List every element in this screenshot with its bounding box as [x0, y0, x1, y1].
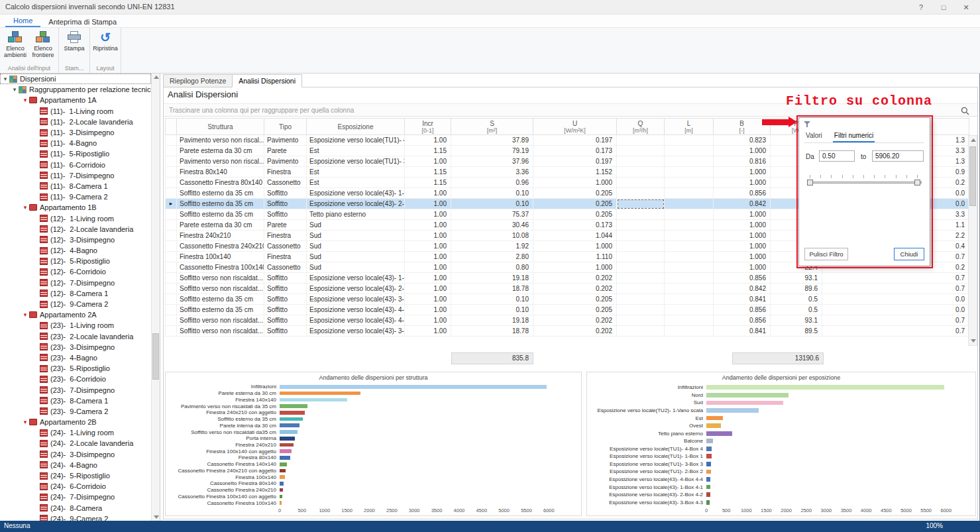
cell-pct[interactable]: 0.7 [822, 326, 969, 337]
cell-pct[interactable]: 0.0 [822, 294, 969, 305]
cell-u[interactable]: 0.202 [533, 273, 617, 284]
tree-item-room[interactable]: ▾(24)- 9-Camera 2 [0, 513, 151, 521]
column-header[interactable]: L[m] [665, 118, 714, 135]
cell-l[interactable] [665, 262, 714, 273]
cell-st[interactable]: Finestra 240x210 [177, 231, 264, 241]
tree-item-room[interactable]: ▾(11)- 7-Disimpegno [0, 170, 151, 181]
tree-item-room[interactable]: ▾(11)- 8-Camera 1 [0, 181, 151, 191]
range-slider[interactable] [807, 175, 922, 188]
cell-incr[interactable]: 1.00 [405, 305, 451, 315]
tree-item-room[interactable]: ▾(11)- 4-Bagno [0, 138, 151, 148]
cell-q[interactable] [617, 135, 665, 146]
tree-item-room[interactable]: ▾(23)- 7-Disimpegno [0, 384, 151, 395]
chiudi-button[interactable]: Chiudi [894, 248, 924, 260]
cell-es[interactable]: Esposizione verso locale(43)- 2-Bo... [307, 284, 405, 294]
cell-q[interactable] [617, 315, 665, 326]
stampa-button[interactable]: Stampa [60, 29, 88, 64]
cell-es[interactable]: Tetto piano esterno [307, 209, 405, 220]
tree-vertical-scrollbar[interactable] [151, 74, 160, 521]
cell-l[interactable] [665, 199, 714, 209]
cell-s[interactable]: 79.19 [451, 146, 533, 156]
cell-ti[interactable]: Soffitto [264, 305, 307, 315]
chevron-down-icon[interactable]: ▾ [11, 86, 19, 93]
cell-s[interactable]: 0.80 [451, 262, 533, 273]
tree-item-room[interactable]: ▾(11)- 3-Disimpegno [0, 127, 151, 138]
table-row[interactable]: Soffitto esterno da 35 cmSoffittoEsposiz… [165, 294, 969, 305]
table-row[interactable]: Soffitto verso non riscaldat...SoffittoE… [165, 284, 969, 294]
cell-ti[interactable]: Soffitto [264, 188, 307, 199]
cell-es[interactable]: Esposizione verso locale(43)- 2-Bo... [307, 199, 405, 209]
cell-l[interactable] [665, 209, 714, 220]
tree-item-room[interactable]: ▾(11)- 6-Corridoio [0, 160, 151, 170]
cell-q[interactable] [617, 146, 665, 156]
tree-item-room[interactable]: ▾(24)- 7-Disimpegno [0, 492, 151, 502]
elenco-ambienti-button[interactable]: Elenco ambienti [1, 29, 29, 64]
to-value-input[interactable] [872, 150, 924, 162]
cell-st[interactable]: Soffitto esterno da 35 cm [177, 188, 264, 199]
help-icon[interactable]: ? [911, 1, 931, 13]
cell-p[interactable]: 93.1 [771, 315, 822, 326]
cell-u[interactable]: 0.173 [533, 220, 617, 231]
cell-u[interactable]: 1.000 [533, 262, 617, 273]
cell-b[interactable]: 0.856 [714, 305, 771, 315]
cell-u[interactable]: 0.205 [533, 209, 617, 220]
cell-q[interactable] [617, 178, 665, 188]
cell-s[interactable]: 0.96 [451, 178, 533, 188]
cell-u[interactable]: 0.202 [533, 315, 617, 326]
tab-riepilogo-potenze[interactable]: Riepilogo Potenze [163, 74, 233, 87]
chevron-down-icon[interactable]: ▾ [21, 97, 29, 103]
cell-l[interactable] [665, 294, 714, 305]
tree-item-apartment[interactable]: ▾Appartamento 1A [0, 95, 151, 105]
cell-incr[interactable]: 1.00 [405, 252, 451, 262]
cell-l[interactable] [665, 167, 714, 178]
cell-l[interactable] [665, 178, 714, 188]
cell-q[interactable] [617, 220, 665, 231]
cell-es[interactable]: Est [307, 167, 405, 178]
cell-s[interactable]: 10.08 [451, 231, 533, 241]
cell-l[interactable] [665, 305, 714, 315]
cell-u[interactable]: 1.000 [533, 178, 617, 188]
tree-item-room[interactable]: ▾(12)- 6-Corridoio [0, 266, 151, 277]
cell-es[interactable]: Esposizione verso locale(TU1)- 3-B... [307, 156, 405, 167]
column-header[interactable]: Q[m³/h] [617, 118, 665, 135]
cell-l[interactable] [665, 220, 714, 231]
cell-st[interactable]: Finestra 100x140 [177, 252, 264, 262]
cell-s[interactable]: 0.10 [451, 199, 533, 209]
cell-es[interactable]: Esposizione verso locale(43)- 1-Bo... [307, 188, 405, 199]
cell-ti[interactable]: Soffitto [264, 315, 307, 326]
cell-u[interactable]: 1.152 [533, 167, 617, 178]
tree-item-room[interactable]: ▾(12)- 2-Locale lavanderia [0, 224, 151, 235]
cell-b[interactable]: 1.000 [714, 252, 771, 262]
scrollbar-thumb[interactable] [969, 146, 976, 206]
cell-u[interactable]: 1.000 [533, 241, 617, 252]
cell-b[interactable]: 0.842 [714, 284, 771, 294]
table-row[interactable]: Soffitto verso non riscaldat...SoffittoE… [165, 315, 969, 326]
cell-es[interactable]: Esposizione verso locale(43)- 3-Bo... [307, 294, 405, 305]
cell-incr[interactable]: 1.00 [405, 188, 451, 199]
cell-u[interactable]: 1.110 [533, 252, 617, 262]
from-value-input[interactable] [819, 150, 855, 162]
cell-u[interactable]: 0.202 [533, 326, 617, 337]
tab-analisi-dispersioni[interactable]: Analisi Dispersioni [232, 74, 302, 87]
cell-es[interactable]: Sud [307, 220, 405, 231]
cell-ti[interactable]: Soffitto [264, 273, 307, 284]
cell-incr[interactable]: 1.00 [405, 315, 451, 326]
cell-l[interactable] [665, 156, 714, 167]
filter-icon[interactable] [804, 121, 811, 128]
cell-es[interactable]: Sud [307, 231, 405, 241]
cell-es[interactable]: Esposizione verso locale(43)- 1-Bo... [307, 273, 405, 284]
cell-u[interactable]: 0.205 [533, 305, 617, 315]
cell-pct[interactable]: 0.7 [822, 315, 969, 326]
cell-b[interactable]: 1.000 [714, 146, 771, 156]
tree-item-room[interactable]: ▾(12)- 3-Disimpegno [0, 235, 151, 245]
scroll-down-icon[interactable] [971, 339, 976, 343]
slider-track[interactable] [807, 182, 922, 184]
scrollbar-thumb[interactable] [152, 333, 159, 380]
cell-ti[interactable]: Finestra [264, 167, 307, 178]
column-header[interactable]: Struttura [177, 118, 264, 135]
cell-st[interactable]: Pavimento verso non riscal... [177, 135, 264, 146]
close-icon[interactable]: ✕ [956, 1, 976, 13]
tree-item-apartment[interactable]: ▾Appartamento 2B [0, 417, 151, 427]
cell-b[interactable]: 1.000 [714, 231, 771, 241]
cell-incr[interactable]: 1.15 [405, 167, 451, 178]
